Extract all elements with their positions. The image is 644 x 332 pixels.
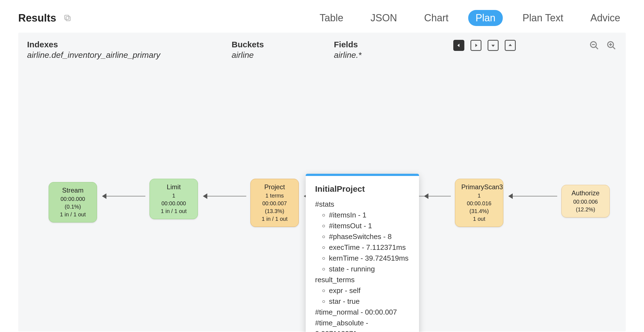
plan-node-project[interactable]: Project 1 terms 00:00.007 (13.3%) 1 in /…: [250, 179, 299, 227]
tab-plan-text[interactable]: Plan Text: [515, 10, 570, 26]
node-title: Project: [257, 182, 292, 192]
node-line: 00:00.016 (31.4%): [461, 199, 497, 215]
indexes-value: airline.def_inventory_airline_primary: [27, 50, 201, 60]
plan-canvas[interactable]: Stream 00:00.000 (0.1%) 1 in / 1 out Lim…: [18, 82, 626, 331]
plan-meta-buckets: Buckets airline: [232, 40, 303, 60]
tooltip-stats-list: #itemsIn - 1 #itemsOut - 1 #phaseSwitche…: [315, 210, 410, 274]
tooltip-result-term: expr - self: [329, 285, 410, 296]
node-line: 1 out: [461, 215, 497, 223]
node-title: PrimaryScan3: [461, 182, 497, 192]
tooltip-stat: #phaseSwitches - 8: [329, 231, 410, 242]
plan-node-primaryscan3[interactable]: PrimaryScan3 1 00:00.016 (31.4%) 1 out: [455, 179, 503, 227]
zoom-in-icon[interactable]: [606, 40, 617, 51]
tab-table[interactable]: Table: [312, 10, 350, 26]
plan-node-stream[interactable]: Stream 00:00.000 (0.1%) 1 in / 1 out: [49, 182, 97, 222]
plan-header: Indexes airline.def_inventory_airline_pr…: [27, 40, 617, 60]
node-title: Stream: [55, 186, 91, 195]
node-line: 1: [461, 192, 497, 199]
node-line: 1 in / 1 out: [257, 215, 292, 223]
orient-left-icon[interactable]: [453, 40, 464, 51]
tooltip-result-terms-list: expr - self star - true: [315, 285, 410, 307]
tooltip-stat: #itemsOut - 1: [329, 221, 410, 231]
svg-line-10: [613, 47, 615, 49]
plan-arrow: [425, 196, 451, 196]
node-line: 00:00.007 (13.3%): [257, 199, 292, 215]
fields-value: airline.*: [334, 50, 417, 60]
plan-node-authorize[interactable]: Authorize 00:00.006 (12.2%): [561, 185, 610, 217]
svg-marker-2: [457, 44, 460, 47]
tooltip-title: InitialProject: [315, 183, 410, 195]
tooltip-stat: kernTime - 39.724519ms: [329, 253, 410, 264]
orient-right-icon[interactable]: [470, 40, 481, 51]
svg-rect-0: [66, 17, 70, 21]
tooltip-result-term: star - true: [329, 296, 410, 307]
plan-node-tooltip: InitialProject #stats #itemsIn - 1 #item…: [306, 174, 419, 332]
node-line: 1 terms: [257, 192, 292, 199]
tooltip-stat: execTime - 7.112371ms: [329, 242, 410, 253]
svg-line-7: [596, 47, 598, 49]
indexes-label: Indexes: [27, 40, 201, 49]
tab-chart[interactable]: Chart: [417, 10, 455, 26]
svg-marker-5: [509, 44, 512, 46]
node-line: 1 in / 1 out: [55, 211, 91, 218]
plan-arrow: [203, 196, 246, 196]
zoom-out-icon[interactable]: [589, 40, 600, 51]
plan-arrow: [103, 196, 145, 196]
plan-arrow: [509, 196, 557, 196]
fields-label: Fields: [334, 40, 417, 49]
buckets-value: airline: [232, 50, 303, 60]
tooltip-result-terms-label: result_terms: [315, 274, 410, 285]
node-line: 1: [156, 192, 192, 199]
tooltip-time-normal: #time_normal - 00:00.007: [315, 307, 410, 318]
orient-down-icon[interactable]: [488, 40, 499, 51]
plan-panel: Indexes airline.def_inventory_airline_pr…: [18, 33, 626, 331]
tooltip-stats-label: #stats: [315, 199, 410, 210]
node-line: 00:00.000 (0.1%): [55, 195, 91, 211]
svg-rect-1: [65, 15, 69, 19]
node-line: 1 in / 1 out: [156, 207, 192, 215]
tab-advice[interactable]: Advice: [583, 10, 627, 26]
node-line: 00:00.006 (12.2%): [568, 198, 603, 213]
node-title: Authorize: [568, 188, 603, 198]
node-title: Limit: [156, 182, 192, 192]
tab-plan[interactable]: Plan: [468, 10, 502, 26]
svg-marker-3: [475, 44, 478, 47]
tab-json[interactable]: JSON: [363, 10, 404, 26]
buckets-label: Buckets: [232, 40, 303, 49]
results-title: Results: [18, 12, 56, 24]
results-header: Results Table JSON Chart Plan Plan Text …: [0, 0, 644, 33]
node-line: 00:00.000: [156, 199, 192, 207]
plan-controls: [453, 40, 617, 51]
copy-icon[interactable]: [63, 13, 72, 23]
tooltip-stat: #itemsIn - 1: [329, 210, 410, 221]
plan-meta-fields: Fields airline.*: [334, 40, 417, 60]
plan-node-limit[interactable]: Limit 1 00:00.000 1 in / 1 out: [150, 179, 198, 219]
result-tabs: Table JSON Chart Plan Plan Text Advice: [312, 10, 627, 26]
plan-meta-indexes: Indexes airline.def_inventory_airline_pr…: [27, 40, 201, 60]
tooltip-stat: state - running: [329, 264, 410, 274]
orient-up-icon[interactable]: [505, 40, 516, 51]
svg-marker-4: [491, 45, 495, 47]
tooltip-time-absolute: #time_absolute - 0.007112371: [315, 318, 410, 332]
